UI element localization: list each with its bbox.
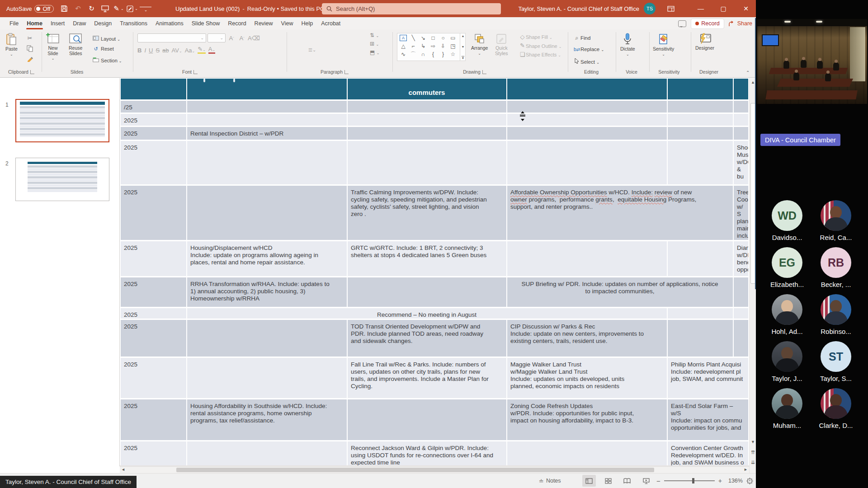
zoom-level[interactable]: 136% [728, 478, 743, 484]
underline-button[interactable]: U [149, 47, 153, 54]
table-cell[interactable] [187, 320, 347, 357]
participant-tile[interactable]: Clarke, D... [809, 388, 863, 429]
copy-icon[interactable] [25, 44, 34, 52]
autosave-toggle[interactable]: Off [34, 5, 54, 13]
line-shape-icon[interactable]: ╲ [408, 34, 418, 42]
table-cell[interactable] [734, 308, 748, 319]
table-cell[interactable] [187, 114, 347, 126]
shape-fill-button[interactable]: ◇Shape Fill ⌄ [519, 34, 561, 40]
table-cell[interactable] [507, 241, 667, 276]
right-brace-shape-icon[interactable]: } [438, 50, 448, 58]
right-arrow-shape-icon[interactable]: ⇨ [428, 42, 438, 50]
table-cell[interactable] [187, 101, 347, 113]
slide-thumbnail-1[interactable] [15, 99, 109, 142]
cut-icon[interactable]: ✂ [25, 34, 34, 42]
change-case-button[interactable]: Aa⌄ [185, 47, 195, 54]
zoom-in-icon[interactable]: + [718, 477, 722, 484]
search-input[interactable]: Search (Alt+Q) [322, 3, 501, 14]
tab-animations[interactable]: Animations [151, 17, 188, 29]
rectangle-shape-icon[interactable]: □ [428, 34, 438, 42]
elbow-connector-icon[interactable]: ⌐ [408, 42, 418, 50]
table-cell[interactable] [668, 114, 733, 126]
close-button[interactable]: ✕ [736, 0, 756, 17]
table-cell[interactable] [734, 114, 748, 126]
paste-button[interactable]: Paste⌄ [5, 33, 18, 56]
table-cell[interactable] [668, 127, 733, 140]
participant-tile[interactable]: Reid, Ca... [809, 200, 863, 241]
slide-sorter-view-button[interactable] [601, 475, 615, 487]
rounded-rectangle-shape-icon[interactable]: ▭ [448, 34, 458, 42]
highlight-button[interactable]: ✎⌄ [198, 47, 206, 54]
snip-rectangle-icon[interactable]: ◳ [448, 42, 458, 50]
scribble-shape-icon[interactable]: ∿ [398, 50, 408, 58]
triangle-shape-icon[interactable]: △ [398, 42, 408, 50]
cell-sup-briefing[interactable]: SUP Briefing w/ PDR. Include: updates on… [507, 277, 733, 307]
minimize-button[interactable]: — [691, 0, 711, 17]
font-dialog-launcher-icon[interactable] [193, 70, 198, 74]
table-cell[interactable] [348, 114, 506, 126]
date-cell[interactable]: 2025 [121, 141, 186, 184]
tab-record[interactable]: Record [224, 17, 250, 29]
table-header-commuters[interactable]: commuters [348, 79, 506, 99]
record-button[interactable]: Record [691, 19, 724, 29]
scroll-right-icon[interactable]: ► [744, 467, 748, 472]
arrow-shape-icon[interactable]: ↘ [418, 34, 428, 42]
table-cell[interactable] [507, 101, 667, 113]
reading-view-button[interactable] [620, 475, 634, 487]
participant-tile[interactable]: Robinso... [809, 294, 863, 335]
cell-rrha-transformation[interactable]: RRHA Transformation w/RHAA. Include: upd… [187, 277, 347, 307]
table-cell[interactable] [348, 127, 506, 140]
cell-truncated-right[interactable]: Tree Cool w/ S plan mair inclu [734, 186, 748, 240]
normal-view-button[interactable] [582, 475, 596, 487]
text-direction-icon[interactable]: ⇅ ⌄ [370, 32, 379, 38]
participant-tile[interactable]: Muham... [760, 388, 814, 429]
convert-smartart-icon[interactable]: ⬒ ⌄ [370, 49, 379, 56]
account-area[interactable]: Taylor, Steven A. - Council Chief of Sta… [518, 0, 656, 17]
cell-truncated-right[interactable]: Dian w/DI bene oppo [734, 241, 748, 276]
slide-show-button[interactable] [639, 475, 653, 487]
pen-icon[interactable]: ✎⌄ [113, 3, 124, 14]
participant-tile[interactable]: Hohl, Ad... [760, 294, 814, 335]
table-cell[interactable] [507, 441, 667, 466]
zoom-slider-thumb[interactable] [692, 478, 694, 483]
strikethrough-button[interactable]: S [156, 47, 160, 54]
cell-housing-displacement[interactable]: Housing/Displacement w/HCD Include: upda… [187, 241, 347, 276]
arc-shape-icon[interactable]: ⌒ [408, 50, 418, 58]
tab-draw[interactable]: Draw [69, 17, 90, 29]
slide-canvas[interactable]: commuters /25 2025 2025 Rental Inspectio… [120, 78, 749, 466]
date-cell[interactable]: /25 [121, 101, 186, 113]
left-brace-shape-icon[interactable]: { [428, 50, 438, 58]
table-cell[interactable] [348, 101, 506, 113]
table-cell[interactable] [187, 141, 347, 184]
slide-thumbnail-2[interactable] [15, 158, 109, 201]
table-cell[interactable] [668, 241, 733, 276]
bent-arrow-icon[interactable]: ↳ [418, 42, 428, 50]
cell-cip-discussion[interactable]: CIP Discussion w/ Parks & Rec Include: u… [507, 320, 667, 357]
date-cell[interactable]: 2025 [121, 358, 186, 398]
tab-view[interactable]: View [277, 17, 297, 29]
clear-formatting-icon[interactable]: A⌫ [248, 34, 260, 42]
character-spacing-button[interactable]: AV⌄ [172, 47, 182, 54]
tab-home[interactable]: Home [23, 17, 47, 29]
designer-button[interactable]: Designer [695, 33, 714, 51]
avatar[interactable]: TS [644, 3, 656, 14]
bold-button[interactable]: B [137, 47, 142, 54]
fit-to-window-icon[interactable] [746, 478, 753, 484]
scroll-down-icon[interactable]: ▼ [750, 440, 756, 444]
paragraph-dialog-launcher-icon[interactable] [344, 70, 349, 74]
reset-button[interactable]: ↺ Reset [92, 45, 122, 53]
present-icon[interactable] [99, 3, 111, 14]
select-button[interactable]: Select ⌄ [573, 56, 604, 65]
italic-button[interactable]: I [144, 47, 146, 54]
cell-zoning-code[interactable]: Zoning Code Refresh Updates w/PDR. Inclu… [507, 399, 667, 440]
tab-acrobat[interactable]: Acrobat [317, 17, 344, 29]
shape-effects-button[interactable]: ❏Shape Effects ⌄ [519, 52, 561, 57]
gallery-down-icon[interactable]: ▼ [462, 45, 465, 48]
date-cell[interactable]: 2025 [121, 114, 186, 126]
text-box-shape-icon[interactable]: A [400, 35, 407, 41]
oval-shape-icon[interactable]: ○ [438, 34, 448, 42]
arrange-button[interactable]: Arrange⌄ [471, 33, 488, 56]
star-shape-icon[interactable]: ☆ [448, 50, 458, 58]
cell-rental-inspection[interactable]: Rental Inspection District – w/PDR [187, 127, 347, 140]
table-cell[interactable] [668, 101, 733, 113]
